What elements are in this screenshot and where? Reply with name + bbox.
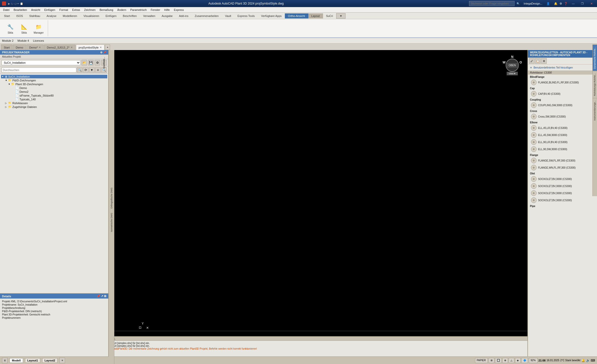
tree-item-zugehoerige[interactable]: ▷ 📁 Zugehörige Dateien	[1, 105, 107, 109]
project-selector[interactable]: SuCri_Installation	[2, 60, 80, 65]
settings-icon[interactable]: ⚙	[560, 2, 562, 5]
licences[interactable]: Licences	[33, 39, 44, 42]
tab-demo-star-close[interactable]: ✕	[39, 46, 41, 49]
tree-item-plant3d[interactable]: ▼ 📁 Plant 3D-Zeichnungen	[1, 82, 107, 86]
ribbon-btn-sikla1[interactable]: 🔧 Sikla	[4, 22, 17, 35]
tree-item-siframe[interactable]: ▷ 📄 siFrame_Typicals_Stütze80	[1, 94, 107, 97]
rp-tool-2[interactable]: 📋	[535, 58, 541, 64]
comp-sockolet4[interactable]: ⊙ SOCKOLET,BV,3000 (CS300)	[528, 197, 597, 204]
menu-ansicht[interactable]: Ansicht	[29, 8, 42, 12]
tab-stahlbau[interactable]: Stahlbau	[26, 13, 44, 18]
comp-flange-wn[interactable]: ⊙ FLANGE,WN,FL,RF,300 (CS300)	[528, 164, 597, 171]
layout2-btn[interactable]: Layout2	[42, 358, 57, 363]
menu-bemaszung[interactable]: Bemaßung	[98, 8, 115, 12]
tree-item-typicals[interactable]: ▷ 📄 Typicals_140	[1, 97, 107, 101]
menu-hilfe[interactable]: Hilfe	[162, 8, 172, 12]
menu-bearbeiten[interactable]: Bearbeiten	[12, 8, 29, 12]
status-grid-btn[interactable]: 🔲	[495, 358, 502, 363]
tree-item-demo[interactable]: ▷ 📄 Demo	[1, 86, 107, 90]
comp-sockolet3[interactable]: ⊙ SOCKOLET,BV,3000 (CS300)	[528, 190, 597, 197]
module-4[interactable]: Module 4	[17, 39, 29, 42]
ribbon-btn-manager[interactable]: 📁 Manager	[31, 22, 46, 35]
comp-ell90sw[interactable]: ⊙ ELL,90,SW,3000 (CS300)	[528, 146, 597, 153]
quelldate-btn[interactable]: Quelldate...	[101, 60, 107, 65]
comp-cross[interactable]: ⊙ Cross,SW,3000 (CS300)	[528, 113, 597, 120]
menu-einfuegen[interactable]: Einfügen	[42, 8, 57, 12]
tab-ortho-ansicht[interactable]: Ortho-Ansicht	[285, 13, 308, 18]
rp-tool-1[interactable]: 🖊	[529, 58, 535, 64]
menu-fenster[interactable]: Fenster	[149, 8, 162, 12]
tab-express-tools[interactable]: Express Tools	[234, 13, 258, 18]
module-2[interactable]: Module 2	[2, 39, 13, 42]
comp-ell45sw[interactable]: ⊙ ELL,45,SW,3000 (CS300)	[528, 131, 597, 139]
filter-btn[interactable]: ▼	[89, 67, 95, 73]
ribbon-btn-sikla2[interactable]: 📐 Sikla	[18, 22, 30, 35]
comp-sockolet2[interactable]: ⊙ SOCKOLET,BV,3000 (CS300)	[528, 183, 597, 190]
tab-start[interactable]: Start	[1, 13, 13, 18]
compass-oben-button[interactable]: OBEN	[507, 63, 518, 67]
comp-flange-blind[interactable]: ⊙ FLANGE,BLIND,FL,RF,300 (CS300)	[528, 79, 597, 86]
ortho-dwg-label[interactable]: Orthografische DWG	[109, 187, 114, 210]
canvas-area[interactable]: Orthografische DWG Isometrische DWG Y ✕ …	[109, 50, 527, 364]
tab-demo-star-doc[interactable]: Demo* ✕	[27, 44, 44, 50]
tree-item-rohrklassen[interactable]: ▷ 📁 Rohrklassen	[1, 101, 107, 105]
tab-zusammenarbeiten[interactable]: Zusammenarbeiten	[192, 13, 222, 18]
status-ortho-btn[interactable]: ⊕	[502, 358, 508, 363]
vtab-dynamische[interactable]: Dynamische Rohrlei...	[593, 50, 597, 71]
tab-start-doc[interactable]: Start	[1, 44, 12, 50]
search-options-btn[interactable]: 🔍	[77, 67, 82, 73]
vtab-instrumentierung[interactable]: Instrumentierunge...	[593, 98, 597, 123]
menu-extras[interactable]: Extras	[70, 8, 82, 12]
tab-einfuegen[interactable]: Einfügen	[102, 13, 120, 18]
comp-cap[interactable]: ⊙ CAP,BV,40 (CS300)	[528, 90, 597, 97]
restore-button[interactable]: ❐	[579, 0, 586, 7]
view-btn[interactable]: ≡	[95, 67, 101, 73]
isometric-dwg-label[interactable]: Isometrische DWG	[109, 212, 114, 233]
menu-parametrisch[interactable]: Parametrisch	[128, 8, 149, 12]
tab-isos[interactable]: ISOS	[13, 13, 26, 18]
tab-demo2-doc[interactable]: Demo2_SJ013_2* ✕	[44, 44, 75, 50]
add-layout-btn[interactable]: +	[59, 358, 65, 363]
help-icon[interactable]: ❓	[564, 2, 568, 5]
menu-express[interactable]: Express	[172, 8, 186, 12]
project-save-btn[interactable]: 💾	[88, 60, 94, 65]
comp-ell45lr[interactable]: ⊙ ELL,45,LR,BV,40 (CS300)	[528, 124, 597, 131]
comp-ell90lr[interactable]: ⊙ ELL,90,LR,BV,40 (CS300)	[528, 139, 597, 146]
comp-coupling[interactable]: ⊙ COUPLING,SW,3000 (CS300)	[528, 102, 597, 109]
tab-modellieren[interactable]: Modellieren	[60, 13, 80, 18]
tab-projsymbolstyle-close[interactable]: ✕	[100, 46, 102, 49]
paper-btn[interactable]: PAPIER	[475, 358, 488, 363]
close-button[interactable]: ✕	[588, 0, 595, 7]
status-menu-btn[interactable]: ≡	[2, 358, 8, 363]
tab-visualisieren[interactable]: Visualisieren	[80, 13, 102, 18]
tab-analyse[interactable]: Analyse	[44, 13, 60, 18]
tab-addins[interactable]: Add-ins	[176, 13, 191, 18]
project-settings-btn[interactable]: ⚙	[95, 60, 100, 65]
tab-projsymbolstyle-doc[interactable]: projSymbolStyle ✕	[76, 44, 104, 50]
tab-verwalten[interactable]: Verwalten	[140, 13, 159, 18]
tree-item-pid[interactable]: ▼ 📁 P&ID-Zeichnungen	[1, 78, 107, 82]
tab-demo-doc[interactable]: Demo	[13, 44, 26, 50]
zoom-level[interactable]: 92%	[529, 358, 538, 363]
model-tab-btn[interactable]: Modell	[10, 358, 23, 363]
tab-demo2-close[interactable]: ✕	[71, 46, 73, 49]
layout1-btn[interactable]: Layout1	[25, 358, 40, 363]
menu-aendern[interactable]: Ändern	[115, 8, 128, 12]
tree-item-root[interactable]: ▼ 🖥 SuCri_Installation	[1, 75, 107, 78]
tab-extra-btn[interactable]: ▼	[336, 13, 346, 19]
menu-datei[interactable]: Datei	[1, 8, 12, 12]
project-open-btn[interactable]: 📂	[81, 60, 87, 65]
add-custom-part-btn[interactable]: + Benutzerdefiniertes Teil hinzufügen	[528, 64, 597, 71]
tab-vault[interactable]: Vault	[222, 13, 234, 18]
rp-tool-3[interactable]: ⚙	[541, 58, 547, 64]
tab-ausgabe[interactable]: Ausgabe	[159, 13, 176, 18]
tab-beschriften[interactable]: Beschriften	[120, 13, 140, 18]
compass-view-btn[interactable]: View▼	[507, 72, 518, 75]
comp-flange-sw[interactable]: ⊙ FLANGE,SW,FL,RF,300 (CS300)	[528, 157, 597, 164]
status-snap-btn[interactable]: ⊞	[489, 358, 494, 363]
vtab-rohrleitungs[interactable]: Rohrleitungs-Rohrlei...	[593, 71, 597, 98]
project-search-input[interactable]	[2, 67, 76, 73]
menu-zeichnen[interactable]: Zeichnen	[82, 8, 97, 12]
tab-add-button[interactable]: +	[105, 44, 110, 50]
tab-sucri[interactable]: SuCri	[323, 13, 336, 18]
